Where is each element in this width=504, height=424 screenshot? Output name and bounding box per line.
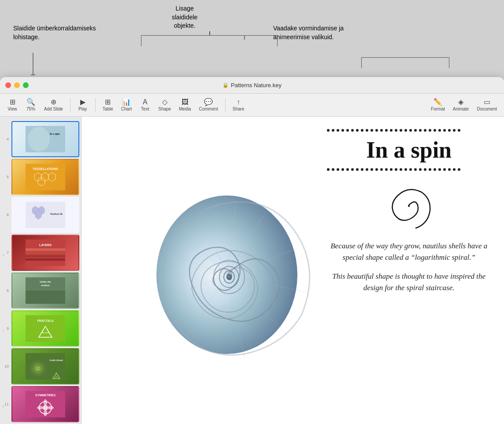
dot: [385, 129, 388, 132]
text-label: Text: [141, 107, 149, 111]
dot: [419, 168, 422, 171]
comment-button[interactable]: 💬 Comment: [195, 96, 221, 115]
text-icon: A: [143, 99, 148, 106]
slide-thumb-8[interactable]: Under the surface: [11, 273, 79, 309]
chart-button[interactable]: 📊 Chart: [118, 96, 135, 115]
format-icon: ✏️: [434, 99, 442, 106]
svg-text:Under the: Under the: [40, 280, 51, 283]
svg-rect-21: [26, 255, 65, 258]
slide-thumb-5[interactable]: TESSELLATIONS: [11, 159, 79, 195]
minimize-button[interactable]: [14, 82, 20, 88]
dot: [366, 129, 368, 132]
share-button[interactable]: ↑ Share: [229, 96, 248, 115]
lock-icon: 🔒: [222, 82, 229, 88]
slide5-preview: TESSELLATIONS: [26, 164, 65, 190]
media-button[interactable]: 🖼 Media: [175, 96, 194, 115]
chart-icon: 📊: [122, 99, 131, 106]
add-bracket-stem: [245, 35, 245, 40]
svg-point-44: [37, 406, 43, 409]
collapse-arrow-7[interactable]: ›: [3, 253, 4, 257]
slide-thumb-6[interactable]: Perfect fit: [11, 197, 79, 233]
media-icon: 🖼: [182, 99, 189, 106]
svg-rect-20: [26, 252, 65, 254]
svg-point-43: [44, 410, 47, 416]
toolbar-divider-3: [225, 98, 226, 112]
view-button[interactable]: ⊞ View: [4, 96, 21, 115]
slide-thumb-inner-7: LAYERS: [12, 236, 78, 270]
svg-text:Perfect fit: Perfect fit: [50, 213, 63, 215]
play-icon: ▶: [80, 99, 85, 106]
dot: [395, 129, 397, 132]
animate-icon: ◈: [458, 99, 463, 106]
dot: [332, 168, 334, 171]
zoom-icon: 🔍: [26, 99, 35, 106]
spiral-container: [327, 179, 491, 232]
svg-text:In a spin: In a spin: [50, 133, 60, 135]
slide-thumb-inner-6: Perfect fit: [12, 198, 78, 232]
slide-item-4[interactable]: 4 In a spin: [2, 120, 79, 158]
slide-canvas[interactable]: In a spin Because of the way they g: [82, 117, 504, 424]
slide-thumb-inner-9: FRACTALS: [12, 311, 78, 346]
slide-thumb-9[interactable]: FRACTALS: [11, 310, 79, 347]
slide-item-9[interactable]: › 9 FRACTALS: [2, 310, 79, 347]
slide-number-8: 8: [2, 288, 9, 293]
format-label: Format: [431, 107, 445, 111]
dot: [458, 168, 460, 171]
dot: [443, 168, 446, 171]
format-button[interactable]: ✏️ Format: [427, 96, 448, 115]
dot: [448, 129, 451, 132]
table-button[interactable]: ⊞ Table: [99, 96, 117, 115]
collapse-arrow-11[interactable]: ›: [3, 404, 4, 409]
slide-item-11[interactable]: › 11 SYMMETRIES: [2, 385, 79, 423]
slide-item-10[interactable]: 10 Look closer: [2, 347, 79, 385]
dot: [390, 129, 393, 132]
dot: [448, 168, 451, 171]
svg-text:TESSELLATIONS: TESSELLATIONS: [33, 167, 58, 170]
media-label: Media: [179, 107, 191, 111]
table-icon: ⊞: [105, 99, 111, 106]
slide-item-5[interactable]: 5 TESSELLATIONS: [2, 158, 79, 196]
slide-item-6[interactable]: 6 Perfect fit: [2, 196, 79, 234]
add-bracket: [141, 35, 278, 46]
text-button[interactable]: A Text: [136, 96, 154, 115]
toolbar: ⊞ View 🔍 75% ⊕ Add Slide ▶ Play ⊞ Table …: [0, 94, 504, 117]
dot: [404, 168, 407, 171]
dot: [414, 168, 417, 171]
slide-thumb-inner-10: Look closer: [12, 349, 78, 383]
dot: [375, 168, 378, 171]
add-slide-button[interactable]: ⊕ Add Slide: [41, 96, 67, 115]
collapse-arrow-9[interactable]: ›: [3, 328, 4, 333]
play-button[interactable]: ▶ Play: [74, 96, 92, 115]
svg-text:surface: surface: [41, 284, 50, 287]
close-button[interactable]: [5, 82, 11, 88]
slide-item-7[interactable]: › 7 LAYERS: [2, 234, 79, 272]
slide-thumb-11[interactable]: SYMMETRIES: [11, 386, 79, 422]
dot: [438, 168, 441, 171]
slide-item-8[interactable]: 8 Under the surface: [2, 272, 79, 310]
zoom-button[interactable]: 🔍 75%: [22, 96, 40, 115]
drag-annotation: Slaidide ümberkorraldamisekslohistage.: [13, 24, 96, 41]
table-label: Table: [103, 107, 113, 111]
shape-button[interactable]: ◇ Shape: [155, 96, 174, 115]
maximize-button[interactable]: [23, 82, 29, 88]
dot: [351, 129, 354, 132]
toolbar-divider-1: [70, 98, 70, 112]
slide-thumb-4[interactable]: In a spin: [11, 121, 79, 157]
dot: [327, 129, 330, 132]
document-button[interactable]: ▭ Document: [473, 96, 500, 115]
svg-point-35: [35, 366, 41, 371]
svg-rect-19: [26, 248, 65, 251]
animate-button[interactable]: ◈ Animate: [449, 96, 473, 115]
slide-thumb-7[interactable]: LAYERS: [11, 235, 79, 271]
dot: [409, 129, 412, 132]
slide10-preview: Look closer: [26, 353, 65, 380]
traffic-lights: [5, 82, 29, 88]
dot: [337, 168, 339, 171]
slide-panel[interactable]: 4 In a spin 5: [0, 117, 82, 424]
dot: [346, 129, 349, 132]
shape-label: Shape: [158, 107, 171, 111]
slide-thumb-10[interactable]: Look closer: [11, 348, 79, 384]
dot: [375, 129, 378, 132]
dot: [390, 168, 393, 171]
dot: [346, 168, 349, 171]
